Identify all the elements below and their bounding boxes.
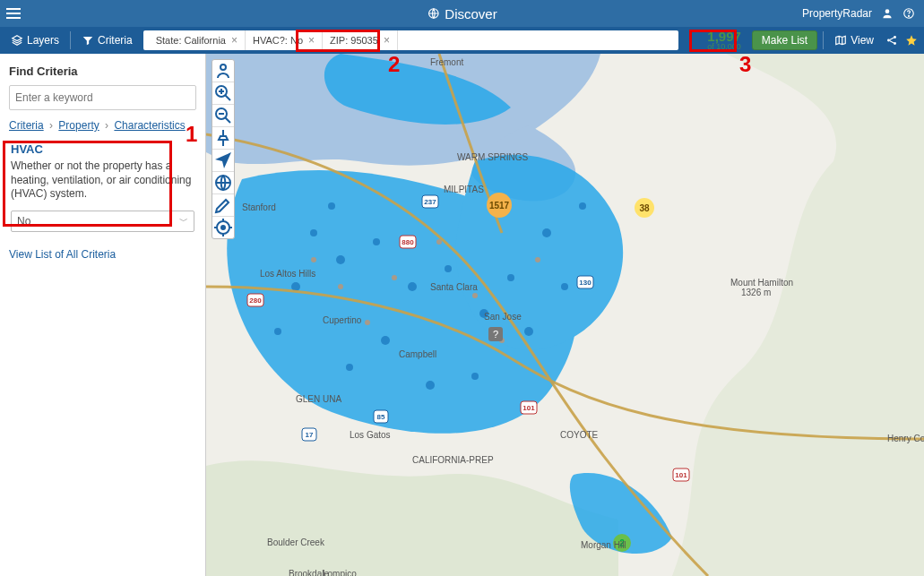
svg-text:237: 237 <box>424 198 436 206</box>
criteria-panel: HVAC Whether or not the property has a h… <box>9 137 196 237</box>
svg-point-25 <box>579 202 586 210</box>
filter-icon <box>82 34 94 47</box>
crumb-property[interactable]: Property <box>58 119 99 132</box>
make-list-button[interactable]: Make List <box>752 30 817 50</box>
svg-point-9 <box>336 255 345 264</box>
crumb-characteristics[interactable]: Characteristics <box>114 119 185 132</box>
svg-point-24 <box>561 283 568 290</box>
chip-label: ZIP: 95035 <box>330 35 378 46</box>
svg-point-20 <box>328 202 335 210</box>
criteria-label: Criteria <box>98 34 133 47</box>
separator <box>70 31 71 49</box>
layers-button[interactable]: Layers <box>5 30 65 51</box>
svg-point-32 <box>535 257 540 262</box>
svg-point-1 <box>885 9 890 13</box>
view-all-criteria-link[interactable]: View List of All Criteria <box>9 248 196 261</box>
map-tool-target[interactable] <box>212 217 234 238</box>
chip-label: HVAC?: No <box>253 35 303 46</box>
map-canvas[interactable]: 237 280 880 101 101 17 85 130 1517382 Fr… <box>206 54 924 576</box>
crumb-criteria[interactable]: Criteria <box>9 119 44 132</box>
svg-point-30 <box>499 338 505 343</box>
svg-point-17 <box>346 364 353 371</box>
svg-point-15 <box>524 327 533 336</box>
chevron-down-icon: ﹀ <box>179 215 188 228</box>
map-svg: 237 280 880 101 101 17 85 130 <box>206 54 924 576</box>
svg-point-11 <box>408 282 417 291</box>
view-button[interactable]: View <box>829 30 879 51</box>
criteria-button[interactable]: Criteria <box>76 30 138 51</box>
svg-point-8 <box>310 229 317 236</box>
chip-remove-icon[interactable]: × <box>384 34 390 47</box>
view-label: View <box>851 34 874 47</box>
svg-point-28 <box>472 293 478 298</box>
svg-point-55 <box>221 226 225 229</box>
chip-label: State: California <box>156 35 226 46</box>
criteria-search-input[interactable] <box>9 85 196 110</box>
hvac-select[interactable]: No ﹀ <box>11 211 194 232</box>
svg-point-12 <box>445 265 452 272</box>
svg-point-33 <box>311 257 316 262</box>
chevron-right-icon: › <box>105 119 108 132</box>
svg-point-16 <box>381 336 390 345</box>
svg-point-26 <box>392 275 397 280</box>
layers-icon <box>11 34 23 47</box>
share-icon[interactable] <box>885 34 899 47</box>
map-tool-profile[interactable] <box>212 60 234 82</box>
help-icon[interactable] <box>902 7 915 20</box>
svg-point-3 <box>909 15 910 16</box>
svg-text:85: 85 <box>377 413 385 421</box>
svg-point-22 <box>274 328 281 335</box>
separator <box>823 31 824 49</box>
criteria-panel-desc: Whether or not the property has a heatin… <box>11 159 194 202</box>
chip-remove-icon[interactable]: × <box>231 34 237 47</box>
map-zoom-in[interactable] <box>212 82 234 105</box>
map-tool-stack <box>212 59 235 239</box>
svg-point-31 <box>338 284 343 289</box>
criteria-panel-title: HVAC <box>11 142 194 156</box>
svg-text:130: 130 <box>579 279 592 287</box>
map-tool-draw[interactable] <box>212 194 234 217</box>
chip-remove-icon[interactable]: × <box>308 34 315 47</box>
svg-point-13 <box>479 309 488 318</box>
breadcrumb: Criteria › Property › Characteristics <box>9 119 196 132</box>
map-tool-globe[interactable] <box>212 172 234 194</box>
chip-zip[interactable]: ZIP: 95035 × <box>323 30 398 50</box>
layers-label: Layers <box>27 34 59 47</box>
svg-text:101: 101 <box>522 404 535 412</box>
svg-text:101: 101 <box>675 471 687 479</box>
svg-point-14 <box>507 274 514 281</box>
criteria-chipbar: State: California × HVAC?: No × ZIP: 950… <box>143 30 678 50</box>
result-count: 1,997 of 10,000 <box>684 28 747 53</box>
svg-point-18 <box>426 381 435 390</box>
svg-text:280: 280 <box>249 297 262 305</box>
page-title-text: Discover <box>445 6 497 21</box>
chip-hvac[interactable]: HVAC?: No × <box>246 30 323 50</box>
svg-point-29 <box>365 320 370 325</box>
map-icon <box>834 34 847 47</box>
result-count-main: 1,997 <box>707 30 741 43</box>
sidebar-title: Find Criteria <box>9 64 196 78</box>
map-tool-pin[interactable] <box>212 127 234 150</box>
svg-text:17: 17 <box>306 431 314 439</box>
hvac-select-value: No <box>17 215 30 228</box>
svg-point-10 <box>373 238 380 245</box>
chevron-right-icon: › <box>49 119 53 132</box>
user-icon[interactable] <box>881 7 894 20</box>
svg-point-19 <box>471 373 479 380</box>
page-title: Discover <box>427 6 497 21</box>
map-zoom-out[interactable] <box>212 105 234 127</box>
brand-label: PropertyRadar <box>802 7 872 20</box>
map-tool-locate[interactable] <box>212 150 234 172</box>
globe-icon <box>427 7 439 20</box>
svg-point-23 <box>542 228 551 237</box>
result-count-sub: of 10,000 <box>707 43 741 51</box>
menu-button[interactable] <box>0 13 27 14</box>
svg-text:880: 880 <box>402 238 414 246</box>
star-icon[interactable] <box>904 34 919 47</box>
chip-state[interactable]: State: California × <box>149 30 246 50</box>
svg-point-50 <box>220 64 226 70</box>
